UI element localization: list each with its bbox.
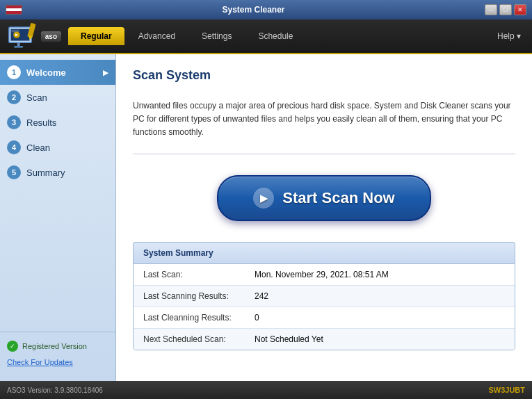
summary-header: System Summary — [133, 242, 515, 263]
last-scan-label: Last Scan: — [143, 270, 255, 279]
window-controls: ─ □ ✕ — [485, 4, 526, 15]
content-area: Scan System Unwanted files occupy a majo… — [116, 54, 532, 381]
svg-rect-2 — [11, 30, 19, 33]
status-bar: ASO3 Version: 3.9.3800.18406 SW3JUBT — [0, 381, 532, 399]
page-title: Scan System — [133, 68, 515, 90]
menu-bar: aso Regular Advanced Settings Schedule H… — [0, 19, 532, 54]
version-label: ASO3 Version: 3.9.3800.18406 — [7, 386, 103, 394]
close-button[interactable]: ✕ — [514, 4, 526, 15]
tab-settings[interactable]: Settings — [189, 27, 244, 45]
aso-badge: aso — [41, 31, 61, 42]
check-updates-link[interactable]: Check For Updates — [7, 358, 73, 366]
nav-tabs: Regular Advanced Settings Schedule — [68, 27, 305, 45]
sidebar-item-results[interactable]: 3 Results — [0, 110, 115, 135]
table-row: Last Scanning Results: 242 — [134, 286, 515, 307]
svg-rect-5 — [17, 42, 20, 46]
sidebar-item-clean[interactable]: 4 Clean — [0, 135, 115, 160]
maximize-button[interactable]: □ — [499, 4, 512, 15]
step-circle-2: 2 — [7, 90, 21, 104]
scan-button-label: Start Scan Now — [282, 189, 394, 207]
step-circle-4: 4 — [7, 140, 21, 154]
tab-regular[interactable]: Regular — [68, 27, 124, 45]
sidebar-item-scan[interactable]: 2 Scan — [0, 85, 115, 110]
next-scan-value: Not Scheduled Yet — [255, 334, 323, 344]
last-scanning-label: Last Scanning Results: — [143, 291, 255, 301]
table-row: Last Scan: Mon. November 29, 2021. 08:51… — [134, 264, 515, 286]
play-icon: ▶ — [253, 188, 274, 209]
start-scan-button[interactable]: ▶ Start Scan Now — [217, 175, 430, 221]
tab-advanced[interactable]: Advanced — [126, 27, 188, 45]
table-row: Last Cleanning Results: 0 — [134, 307, 515, 329]
main-container: 1 Welcome ▶ 2 Scan 3 Results 4 Clean 5 S… — [0, 54, 532, 381]
step-circle-1: 1 — [7, 65, 21, 79]
app-title: System Cleaner — [22, 5, 485, 15]
registered-badge: ✓ Registered Version — [7, 341, 108, 352]
step-circle-3: 3 — [7, 115, 21, 129]
last-cleaning-value: 0 — [255, 313, 259, 323]
sidebar-item-welcome[interactable]: 1 Welcome ▶ — [0, 60, 115, 85]
registered-label: Registered Version — [22, 342, 87, 350]
minimize-button[interactable]: ─ — [485, 4, 497, 15]
summary-table: Last Scan: Mon. November 29, 2021. 08:51… — [133, 263, 515, 350]
sidebar-label-summary: Summary — [26, 168, 65, 178]
step-circle-5: 5 — [7, 165, 21, 179]
help-button[interactable]: Help ▾ — [492, 28, 526, 44]
system-summary: System Summary Last Scan: Mon. November … — [133, 242, 515, 350]
title-bar: System Cleaner ─ □ ✕ — [0, 0, 532, 19]
sidebar-label-scan: Scan — [26, 92, 47, 103]
table-row: Next Scheduled Scan: Not Scheduled Yet — [134, 329, 515, 350]
scan-button-container: ▶ Start Scan Now — [133, 175, 515, 221]
logo-area: aso — [6, 21, 61, 51]
sidebar-arrow-welcome: ▶ — [103, 69, 108, 76]
app-logo-icon — [6, 21, 38, 51]
next-scan-label: Next Scheduled Scan: — [143, 334, 255, 344]
svg-rect-6 — [14, 46, 23, 48]
registered-check-icon: ✓ — [7, 341, 18, 352]
brand-label: SW3JUBT — [488, 386, 525, 394]
sidebar-label-results: Results — [26, 117, 56, 128]
last-scanning-value: 242 — [255, 291, 268, 301]
sidebar-item-summary[interactable]: 5 Summary — [0, 160, 115, 185]
sidebar-label-clean: Clean — [26, 142, 50, 153]
last-scan-value: Mon. November 29, 2021. 08:51 AM — [255, 270, 389, 279]
tab-schedule[interactable]: Schedule — [245, 27, 305, 45]
sidebar-label-welcome: Welcome — [26, 67, 66, 78]
sidebar: 1 Welcome ▶ 2 Scan 3 Results 4 Clean 5 S… — [0, 54, 116, 381]
content-description: Unwanted files occupy a major area of pr… — [133, 99, 515, 154]
sidebar-bottom: ✓ Registered Version Check For Updates — [0, 332, 115, 375]
last-cleaning-label: Last Cleanning Results: — [143, 313, 255, 323]
flag-icon — [6, 5, 22, 15]
